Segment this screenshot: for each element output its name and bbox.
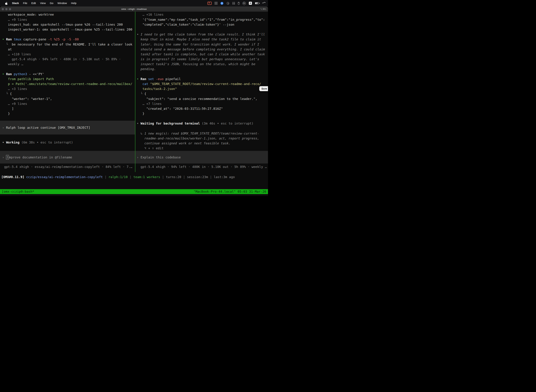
text-run: •: [2, 72, 6, 76]
menu-item-app[interactable]: Slack: [10, 2, 21, 5]
text-run: 1 new msg(s): read $OMX_TEAM_STATE_ROOT/…: [144, 131, 259, 135]
text-run: from pathlib import Path: [2, 77, 54, 81]
terminal-line: └ {: [0, 91, 135, 96]
tmux-host-clock: "MacBook-Pro-44.local" 05:03 31-Mar-26: [194, 190, 266, 193]
text-run: set: [148, 77, 156, 81]
prompt-input-bar-right[interactable]: › Explain this codebase: [135, 151, 268, 163]
text-run: inspect_worker-1: omx sparkshell --tmux-…: [2, 28, 132, 31]
text-run: pending.: [137, 67, 156, 71]
text-run: -euo: [156, 77, 165, 81]
text-run: … +3 lines: [2, 87, 27, 91]
text-run: "completed","claim_token":"claim-token"}…: [137, 23, 234, 26]
terminal-line: keep that in mind. Maybe I also need the…: [135, 37, 268, 42]
text-run: (6m 38s • esc to interrupt): [21, 141, 73, 144]
scribble-icon[interactable]: [262, 2, 266, 5]
terminal-line: • I need to get the claim token from the…: [135, 32, 268, 37]
terminal-line: ]: [0, 106, 135, 111]
terminal-pane-left[interactable]: workspace_mode: worktree … +9 lines insp…: [0, 12, 135, 172]
terminal-line: … +9 lines: [0, 17, 135, 22]
terminal-line: from pathlib import Path: [0, 76, 135, 81]
text-run: capture-pane: [23, 37, 48, 41]
screen-recording-indicator-icon[interactable]: [207, 2, 211, 5]
text-run: workspace_mode: worktree: [2, 13, 54, 16]
text-run: … +16 lines: [137, 13, 163, 16]
window-tiles-icon[interactable]: [215, 2, 218, 5]
terminal-line: "worker": "worker-1",: [0, 96, 135, 101]
window-title: omx --xhigh --madmax: [0, 8, 268, 10]
text-run: task2 after task1 is complete, but can I…: [137, 52, 265, 56]
text-run: "subject": "send a concise recommendatio…: [137, 97, 257, 100]
text-run: Ran: [6, 37, 14, 41]
menu-item-edit[interactable]: Edit: [29, 2, 38, 5]
terminal-line: [135, 126, 268, 131]
terminal-line: cat "$OMX_TEAM_STATE_ROOT/team/review-cu…: [135, 81, 268, 86]
text-run: python3: [14, 72, 29, 76]
text-run: should send a message before completing …: [137, 47, 265, 51]
menu-bar-status-icons: 61 A: [207, 2, 268, 5]
terminal-line: "completed","claim_token":"claim-token"}…: [135, 22, 268, 27]
working-status-line: • Working (6m 38s • esc to interrupt): [0, 140, 135, 145]
battery-icon[interactable]: [255, 2, 259, 5]
text-run: Ran: [140, 77, 148, 81]
input-source-icon[interactable]: A: [249, 2, 252, 5]
menu-bar-left: Slack File Edit View Go Window Help: [0, 2, 78, 5]
terminal-line: … +7 lines: [135, 101, 268, 106]
terminal-line: pending.: [135, 67, 268, 71]
terminal-line: [0, 67, 135, 71]
dark-app-icon[interactable]: [226, 2, 230, 5]
prompt-text: mprove documentation in @filename: [9, 155, 72, 159]
terminal-line: inspect task2's JSON, focusing on the st…: [135, 62, 268, 67]
terminal-line: • Ran python3 - <<'PY': [0, 71, 135, 76]
terminal-line: [135, 116, 268, 121]
terminal-line: "subject": "send a concise recommendatio…: [135, 96, 268, 101]
pane-status-line-left: gpt-5.4 xhigh · essay/ai-reimplementatio…: [0, 164, 135, 169]
injected-prompt-bar[interactable]: › Ralph loop active continue [OMX_TMUX_I…: [0, 121, 135, 135]
screen-share-popup[interactable]: Scre: [259, 86, 268, 91]
blue-app-icon[interactable]: [220, 2, 224, 5]
terminal-line: }: [0, 111, 135, 116]
terminal-line: weekly …: [0, 62, 135, 67]
text-run: I need to get the claim token from the c…: [140, 33, 265, 36]
grid-dots-icon[interactable]: [232, 2, 235, 5]
text-run: •: [137, 122, 141, 125]
left-pane-output: workspace_mode: worktree … +9 lines insp…: [0, 12, 135, 116]
menu-item-help[interactable]: Help: [69, 2, 78, 5]
menu-item-go[interactable]: Go: [48, 2, 55, 5]
text-run: weekly …: [2, 62, 23, 66]
text-run: team:1 workers: [134, 175, 160, 179]
window-shortcut-hint: ⌥⌘1: [260, 8, 266, 10]
text-run: └: [137, 92, 144, 96]
text-run: └: [2, 42, 12, 46]
prompt-chevron: ›: [2, 155, 6, 159]
key-icon[interactable]: [238, 2, 239, 5]
terminal-line: continue assigned work or next feasible …: [135, 141, 268, 146]
text-run: {: [144, 92, 146, 96]
terminal-window: omx --xhigh --madmax ⌥⌘1 workspace_mode:…: [0, 6, 268, 196]
terminal-pane-right[interactable]: … +16 lines '{"team_name":"my-team","tas…: [135, 12, 268, 172]
screen: Slack File Edit View Go Window Help 61 A: [0, 0, 268, 196]
text-run: be necessary for the end of the README. …: [12, 42, 132, 46]
text-run: |: [160, 175, 166, 179]
tmux-status-bar: [omx-cczip0:bash* "MacBook-Pro-44.local"…: [0, 189, 268, 194]
text-run: … +9 lines: [2, 18, 27, 21]
text-run: keep that in mind. Maybe I also need the…: [137, 37, 261, 41]
text-run: ⌥ + ↑ edit: [137, 146, 163, 150]
prompt-input-bar-left[interactable]: › Improve documentation in @filename: [0, 151, 135, 163]
text-run: (3m 46s • esc to interrupt): [202, 122, 254, 125]
apple-menu-icon[interactable]: [3, 2, 10, 5]
terminal-line: inspect_hud: omx sparkshell --tmux-pane …: [0, 22, 135, 27]
terminal-line: └ be necessary for the end of the README…: [0, 42, 135, 47]
text-run: •: [137, 33, 141, 36]
text-run: - <<'PY': [29, 72, 44, 76]
menu-item-window[interactable]: Window: [55, 2, 69, 5]
terminal-line: at: [0, 47, 135, 52]
circle-61-badge[interactable]: 61: [243, 2, 246, 5]
menu-item-view[interactable]: View: [38, 2, 48, 5]
text-run: ]: [2, 107, 14, 110]
menu-item-file[interactable]: File: [21, 2, 29, 5]
text-run: gpt-5.4 xhigh · 94% left · 488K in · 5.1…: [2, 57, 121, 61]
terminal-line: [135, 71, 268, 76]
window-title-bar[interactable]: omx --xhigh --madmax ⌥⌘1: [0, 6, 268, 12]
text-run: ralph:1/10: [109, 175, 128, 179]
terminal-line: readme-and-reco/mailbox/worker-1.json, a…: [135, 136, 268, 141]
